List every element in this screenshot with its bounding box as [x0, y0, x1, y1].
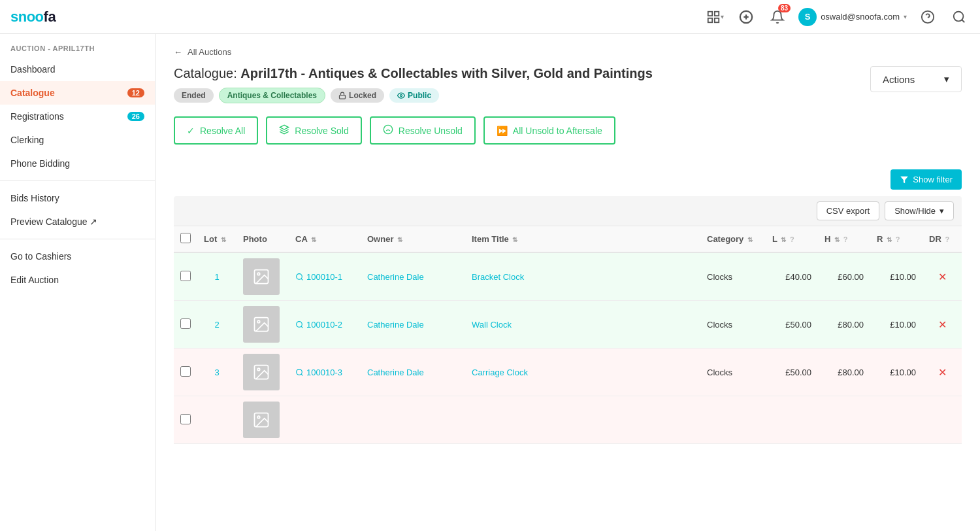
resolve-sold-icon [279, 124, 289, 137]
page-title-section: Catalogue: April17th - Antiques & Collec… [174, 66, 653, 103]
r-sort-icon: ⇅ [887, 236, 892, 243]
ca-sort-icon: ⇅ [311, 236, 316, 243]
user-dropdown-chevron: ▾ [904, 13, 907, 20]
r-help-icon[interactable]: ? [896, 235, 900, 243]
notifications-icon-btn[interactable]: 83 [767, 7, 788, 27]
show-filter-button[interactable]: Show filter [890, 169, 962, 190]
th-owner[interactable]: Owner ⇅ [361, 226, 465, 253]
actions-button[interactable]: Actions ▾ [870, 66, 962, 92]
th-ca[interactable]: CA ⇅ [289, 226, 361, 253]
category-sort-icon: ⇅ [747, 236, 753, 243]
row1-ca: 100010-1 [289, 252, 361, 301]
svg-rect-11 [340, 95, 346, 99]
th-R[interactable]: R ⇅ ? [870, 226, 923, 253]
row2-ca-link[interactable]: 100010-2 [295, 320, 354, 330]
row2-title-link[interactable]: Wall Clock [472, 320, 512, 330]
row3-delete-icon[interactable]: ✕ [938, 367, 947, 378]
row2-delete-icon[interactable]: ✕ [938, 319, 947, 330]
row2-owner-link[interactable]: Catherine Dale [367, 320, 424, 330]
row4-checkbox-cell [174, 396, 197, 444]
row4-checkbox[interactable] [180, 414, 191, 424]
row2-lot-link[interactable]: 2 [214, 320, 219, 330]
row3-category: Clocks [700, 349, 766, 396]
dr-help-icon[interactable]: ? [945, 235, 949, 243]
row1-ca-link[interactable]: 100010-1 [295, 272, 354, 282]
badge-ended: Ended [174, 88, 214, 103]
row2-photo-placeholder [243, 306, 280, 343]
row1-checkbox[interactable] [180, 271, 191, 281]
row1-title-link[interactable]: Bracket Clock [472, 272, 524, 282]
row3-title-link[interactable]: Carriage Clock [472, 368, 528, 377]
row1-checkbox-cell [174, 252, 197, 301]
sidebar-item-registrations[interactable]: Registrations 26 [0, 105, 155, 128]
catalogue-badge: 12 [127, 88, 144, 97]
th-category[interactable]: Category ⇅ [700, 226, 766, 253]
th-item-title[interactable]: Item Title ⇅ [465, 226, 700, 253]
row1-H: £60.00 [818, 252, 870, 301]
breadcrumb[interactable]: ← All Auctions [174, 47, 962, 57]
resolve-all-icon: ✓ [187, 126, 195, 136]
add-icon-btn[interactable] [736, 7, 757, 27]
svg-line-20 [301, 279, 302, 280]
row3-lot-link[interactable]: 3 [214, 368, 219, 377]
row3-owner-link[interactable]: Catherine Dale [367, 368, 424, 377]
row3-H: £80.00 [818, 349, 870, 396]
csv-export-button[interactable]: CSV export [817, 201, 879, 220]
row1-owner: Catherine Dale [361, 252, 465, 301]
th-H[interactable]: H ⇅ ? [818, 226, 870, 253]
row1-lot-link[interactable]: 1 [214, 272, 219, 282]
help-icon-btn[interactable] [917, 7, 938, 27]
row1-category: Clocks [700, 252, 766, 301]
row3-checkbox-cell [174, 349, 197, 396]
resolve-all-button[interactable]: ✓ Resolve All [174, 116, 258, 145]
sidebar-item-dashboard[interactable]: Dashboard [0, 58, 155, 81]
owner-sort-icon: ⇅ [397, 236, 402, 243]
sidebar-item-clerking[interactable]: Clerking [0, 128, 155, 152]
row1-L: £40.00 [766, 252, 818, 301]
resolve-unsold-icon [383, 124, 393, 137]
table-row: 1 100010-1 [174, 252, 962, 301]
logo: snoofa [10, 9, 696, 26]
sidebar-item-preview-catalogue[interactable]: Preview Catalogue ↗ [0, 210, 155, 233]
th-L[interactable]: L ⇅ ? [766, 226, 818, 253]
sidebar-item-edit-auction[interactable]: Edit Auction [0, 268, 155, 292]
l-help-icon[interactable]: ? [790, 235, 794, 243]
row2-checkbox[interactable] [180, 318, 191, 329]
sidebar: AUCTION - APRIL17TH Dashboard Catalogue … [0, 34, 155, 531]
grid-icon-btn[interactable]: ▾ [704, 7, 725, 27]
row1-owner-link[interactable]: Catherine Dale [367, 272, 424, 282]
sidebar-item-go-to-cashiers[interactable]: Go to Cashiers [0, 245, 155, 268]
search-icon-btn[interactable] [949, 7, 970, 27]
row2-category: Clocks [700, 301, 766, 349]
th-lot[interactable]: Lot ⇅ [197, 226, 237, 253]
row3-checkbox[interactable] [180, 366, 191, 377]
row2-L: £50.00 [766, 301, 818, 349]
sidebar-item-bids-history[interactable]: Bids History [0, 186, 155, 210]
all-unsold-aftersale-button[interactable]: ⏩ All Unsold to Aftersale [483, 116, 615, 145]
sidebar-divider-2 [0, 239, 155, 239]
user-avatar: S [798, 8, 817, 26]
sidebar-item-catalogue[interactable]: Catalogue 12 [0, 81, 155, 105]
actions-label: Actions [883, 74, 915, 85]
row1-DR: ✕ [923, 252, 962, 301]
row4-rest [289, 396, 962, 444]
svg-rect-3 [714, 18, 718, 22]
table-row: 2 100010-2 [174, 301, 962, 349]
show-hide-button[interactable]: Show/Hide ▾ [885, 201, 954, 220]
row3-ca-link[interactable]: 100010-3 [295, 368, 354, 377]
badge-public: Public [389, 88, 439, 103]
registrations-badge: 26 [127, 112, 144, 121]
row3-L: £50.00 [766, 349, 818, 396]
select-all-checkbox[interactable] [180, 233, 191, 243]
badges-row: Ended Antiques & Collectables Locked Pub… [174, 88, 653, 103]
resolve-unsold-button[interactable]: Resolve Unsold [370, 116, 476, 145]
row1-delete-icon[interactable]: ✕ [938, 271, 947, 283]
svg-point-9 [954, 11, 964, 21]
row1-lot: 1 [197, 252, 237, 301]
h-help-icon[interactable]: ? [843, 235, 848, 243]
action-buttons-row: ✓ Resolve All Resolve Sold Resolve Unsol… [174, 116, 962, 145]
resolve-sold-button[interactable]: Resolve Sold [266, 116, 362, 145]
sidebar-label-bids-history: Bids History [10, 193, 59, 203]
user-section[interactable]: S oswald@snoofa.com ▾ [798, 8, 907, 26]
sidebar-item-phone-bidding[interactable]: Phone Bidding [0, 152, 155, 175]
